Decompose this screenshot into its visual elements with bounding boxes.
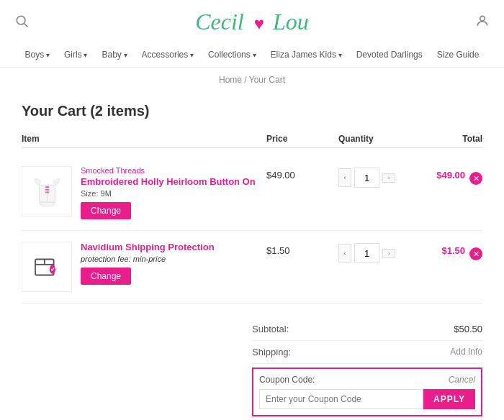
cart-title: Your Cart (2 items) [22,103,482,119]
nav-size-guide[interactable]: Size Guide [437,50,480,60]
search-icon[interactable] [14,14,29,30]
total-col-2: $1.50 ✕ [410,242,482,260]
coupon-input-row: APPLY [259,389,475,409]
svg-line-1 [24,24,28,27]
nav-baby[interactable]: Baby [102,50,127,60]
col-header-price: Price [266,134,338,144]
breadcrumb: Home / Your Cart [0,68,504,92]
price-col-2: $1.50 [266,242,338,256]
item-col-2: Navidium Shipping Protection protection … [22,242,266,292]
site-logo[interactable]: Cecil ♥ Lou [195,9,309,35]
qty-up-icon-2[interactable]: › [382,249,395,258]
logo-part1: Cecil [195,9,244,35]
item-col-1: Smocked Threads Embroidered Holly Heirlo… [22,166,266,219]
cart-summary: Subtotal: $50.50 Shipping: Add Info Coup… [22,318,482,420]
coupon-input[interactable] [259,389,423,409]
remove-button-2[interactable]: ✕ [469,247,482,260]
coupon-apply-button[interactable]: APPLY [423,389,475,409]
coupon-section: Coupon Code: Cancel APPLY [252,368,482,416]
svg-rect-5 [45,186,49,188]
logo-part2: Lou [273,9,309,35]
shipping-row: Shipping: Add Info [252,341,482,364]
coupon-label: Coupon Code: [259,375,315,385]
product-info-1: Smocked Threads Embroidered Holly Heirlo… [81,166,256,219]
col-header-quantity: Quantity [338,134,410,144]
col-header-total: Total [410,134,482,144]
product-image-1 [22,166,72,216]
product-image-2 [22,242,72,292]
nav-boys[interactable]: Boys [25,50,50,60]
product-brand-1: Smocked Threads [81,166,256,175]
total-col-1: $49.00 ✕ [410,166,482,185]
total-value-1: $49.00 [436,170,465,181]
page-header: Cecil ♥ Lou [0,0,504,44]
col-header-item: Item [22,134,266,144]
subtotal-label: Subtotal: [252,324,289,334]
product-info-2: Navidium Shipping Protection protection … [81,242,215,285]
svg-point-2 [480,16,485,21]
product-size-1: Size: 9M [81,189,256,198]
nav-eliza-james-kids[interactable]: Eliza James Kids [271,50,342,60]
svg-point-0 [17,16,25,24]
svg-rect-7 [45,191,49,193]
subtotal-row: Subtotal: $50.50 [252,318,482,341]
main-content: Your Cart (2 items) Item Price Quantity … [0,92,504,420]
qty-down-icon-2[interactable]: ‹ [338,244,351,262]
qty-down-icon-1[interactable]: ‹ [338,168,351,187]
user-icon[interactable] [475,14,490,30]
summary-table: Subtotal: $50.50 Shipping: Add Info Coup… [252,318,482,420]
qty-col-2: ‹ › [338,242,410,263]
remove-button-1[interactable]: ✕ [469,172,482,185]
subtotal-value: $50.50 [454,324,482,334]
qty-up-icon-1[interactable]: › [382,173,395,183]
qty-input-2[interactable] [354,243,379,263]
svg-rect-6 [45,188,49,190]
product-name-1: Embroidered Holly Heirloom Button On [81,176,256,187]
product-name-2: Navidium Shipping Protection [81,242,215,252]
nav-accessories[interactable]: Accessories [142,50,194,60]
breadcrumb-home[interactable]: Home [219,75,242,85]
total-value-2: $1.50 [441,245,465,256]
table-row: Smocked Threads Embroidered Holly Heirlo… [22,155,482,231]
breadcrumb-current: Your Cart [249,75,285,85]
shipping-value[interactable]: Add Info [450,347,482,357]
coupon-cancel[interactable]: Cancel [449,375,475,385]
nav-collections[interactable]: Collections [208,50,256,60]
cart-table-header: Item Price Quantity Total [22,130,482,148]
product-protection-2: protection fee: min-price [81,255,215,263]
nav-devoted-darlings[interactable]: Devoted Darlings [356,50,423,60]
qty-col-1: ‹ › [338,166,410,188]
table-row: Navidium Shipping Protection protection … [22,231,482,303]
price-col-1: $49.00 [266,166,338,181]
main-nav: Boys Girls Baby Accessories Collections … [0,44,504,68]
qty-input-1[interactable] [354,168,379,188]
change-button-1[interactable]: Change [81,202,131,219]
nav-girls[interactable]: Girls [64,50,87,60]
change-button-2[interactable]: Change [81,268,131,285]
coupon-label-row: Coupon Code: Cancel [259,375,475,385]
logo-heart-icon: ♥ [254,14,269,33]
shipping-label: Shipping: [252,347,291,357]
